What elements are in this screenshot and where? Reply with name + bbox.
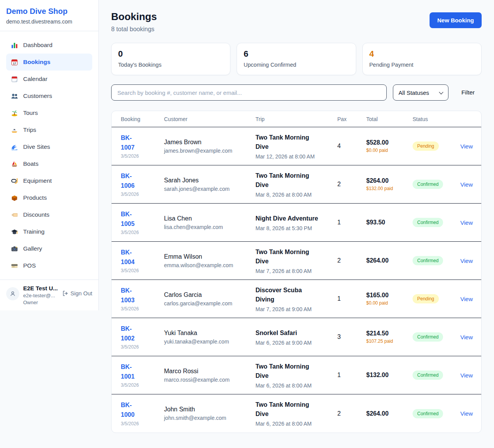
status-badge: Confirmed <box>413 180 443 189</box>
total-amount: $264.00 <box>366 257 413 264</box>
graduation-cap-icon <box>11 228 18 236</box>
trip-datetime: Mar 7, 2026 at 9:00 AM <box>255 306 337 312</box>
nav-label: Tours <box>23 109 38 116</box>
new-booking-button[interactable]: New Booking <box>430 12 482 28</box>
nav-label: Equipment <box>23 177 52 184</box>
stat-value: 6 <box>244 49 349 59</box>
status-badge: Confirmed <box>413 218 443 227</box>
user-role: Owner <box>23 300 58 305</box>
sign-out-button[interactable]: Sign Out <box>62 290 92 296</box>
customer-name: James Brown <box>164 139 255 146</box>
total-amount: $264.00 <box>366 410 413 417</box>
table-row: BK-1004 3/5/2026 Emma Wilson emma.wilson… <box>112 242 481 280</box>
dive-mask-icon <box>11 177 18 185</box>
table-header: Booking Customer Trip Pax Total Status <box>112 111 481 127</box>
nav-label: Training <box>23 228 44 235</box>
status-badge: Pending <box>413 294 439 303</box>
sidebar-item-dashboard[interactable]: Dashboard <box>6 37 92 54</box>
trip-datetime: Mar 7, 2026 at 8:00 AM <box>255 268 337 274</box>
booking-id-link[interactable]: BK-1003 <box>121 286 142 305</box>
stat-card-pending-payment: 4 Pending Payment <box>362 43 482 75</box>
customer-name: John Smith <box>164 406 255 413</box>
pax-count: 1 <box>337 372 366 379</box>
customer-email: john.smith@example.com <box>164 415 255 421</box>
stat-label: Upcoming Confirmed <box>244 62 349 68</box>
trip-datetime: Mar 12, 2026 at 8:00 AM <box>255 153 337 160</box>
trip-name: Snorkel Safari <box>255 328 322 338</box>
booking-date: 3/5/2026 <box>121 268 164 273</box>
view-link[interactable]: View <box>460 219 473 226</box>
sidebar-item-gallery[interactable]: Gallery <box>6 240 92 257</box>
sidebar-item-dive-sites[interactable]: Dive Sites <box>6 138 92 155</box>
view-link[interactable]: View <box>460 258 473 264</box>
user-email: e2e-tester@... <box>23 293 58 298</box>
view-link[interactable]: View <box>460 410 473 417</box>
page-subtitle: 8 total bookings <box>111 26 157 33</box>
brand: Demo Dive Shop demo.test.divestreams.com <box>0 0 98 31</box>
booking-id-link[interactable]: BK-1001 <box>121 362 142 382</box>
calendar-icon <box>11 76 18 83</box>
trip-datetime: Mar 8, 2026 at 8:00 AM <box>255 192 337 198</box>
customer-email: sarah.jones@example.com <box>164 186 255 192</box>
island-icon <box>11 109 18 117</box>
customer-name: Carlos Garcia <box>164 291 255 298</box>
sidebar-item-bookings[interactable]: 17 Bookings <box>6 54 92 71</box>
column-header-booking: Booking <box>121 116 164 122</box>
total-amount: $214.50 <box>366 330 413 337</box>
view-link[interactable]: View <box>460 296 473 302</box>
booking-id-link[interactable]: BK-1007 <box>121 133 142 153</box>
view-link[interactable]: View <box>460 334 473 340</box>
booking-id-link[interactable]: BK-1005 <box>121 210 142 229</box>
trip-name: Two Tank Morning Dive <box>255 400 322 419</box>
sidebar-item-pos[interactable]: POS <box>6 257 92 274</box>
view-link[interactable]: View <box>460 143 473 150</box>
nav-label: Products <box>23 194 47 201</box>
main-content: Bookings 8 total bookings New Booking 0 … <box>99 0 494 445</box>
pax-count: 2 <box>337 181 366 188</box>
view-link[interactable]: View <box>460 181 473 188</box>
search-input[interactable] <box>111 84 387 101</box>
booking-id-link[interactable]: BK-1000 <box>121 401 142 420</box>
sailboat-icon <box>11 160 18 168</box>
status-badge: Pending <box>413 141 439 151</box>
sidebar-item-trips[interactable]: Trips <box>6 121 92 138</box>
sidebar-item-products[interactable]: Products <box>6 189 92 206</box>
view-link[interactable]: View <box>460 372 473 379</box>
pax-count: 2 <box>337 257 366 264</box>
status-badge: Confirmed <box>413 409 443 418</box>
booking-id-link[interactable]: BK-1004 <box>121 248 142 267</box>
logout-icon <box>62 290 68 296</box>
booking-date: 3/5/2026 <box>121 153 164 159</box>
amount-paid: $0.00 paid <box>366 300 413 306</box>
table-row: BK-1005 3/5/2026 Lisa Chen lisa.chen@exa… <box>112 204 481 242</box>
wave-icon <box>11 143 18 151</box>
sidebar-item-customers[interactable]: Customers <box>6 88 92 104</box>
booking-id-link[interactable]: BK-1006 <box>121 172 142 191</box>
table-row: BK-1001 3/5/2026 Marco Rossi marco.rossi… <box>112 356 481 394</box>
nav-label: Dashboard <box>23 42 52 49</box>
sidebar-item-training[interactable]: Training <box>6 223 92 240</box>
nav-label: Customers <box>23 93 52 99</box>
trip-name: Night Dive Adventure <box>255 214 322 223</box>
booking-id-link[interactable]: BK-1002 <box>121 324 142 344</box>
user-name: E2E Test U... <box>23 285 58 291</box>
sidebar-item-equipment[interactable]: Equipment <box>6 172 92 189</box>
status-select[interactable]: All Statuses <box>393 84 448 101</box>
brand-name: Demo Dive Shop <box>6 7 92 16</box>
status-badge: Confirmed <box>413 371 443 380</box>
column-header-customer: Customer <box>164 116 255 122</box>
nav-label: Bookings <box>23 59 51 66</box>
booking-date: 3/5/2026 <box>121 230 164 235</box>
sidebar-item-discounts[interactable]: Discounts <box>6 206 92 223</box>
sidebar: Demo Dive Shop demo.test.divestreams.com… <box>0 0 99 310</box>
pax-count: 1 <box>337 295 366 302</box>
camera-icon <box>11 245 18 253</box>
filter-button[interactable]: Filter <box>455 89 482 96</box>
sidebar-item-boats[interactable]: Boats <box>6 155 92 172</box>
people-icon <box>11 93 18 100</box>
nav-label: Gallery <box>23 245 42 252</box>
sidebar-item-tours[interactable]: Tours <box>6 104 92 121</box>
customer-email: yuki.tanaka@example.com <box>164 339 255 345</box>
sidebar-item-calendar[interactable]: Calendar <box>6 71 92 88</box>
total-amount: $132.00 <box>366 372 413 379</box>
